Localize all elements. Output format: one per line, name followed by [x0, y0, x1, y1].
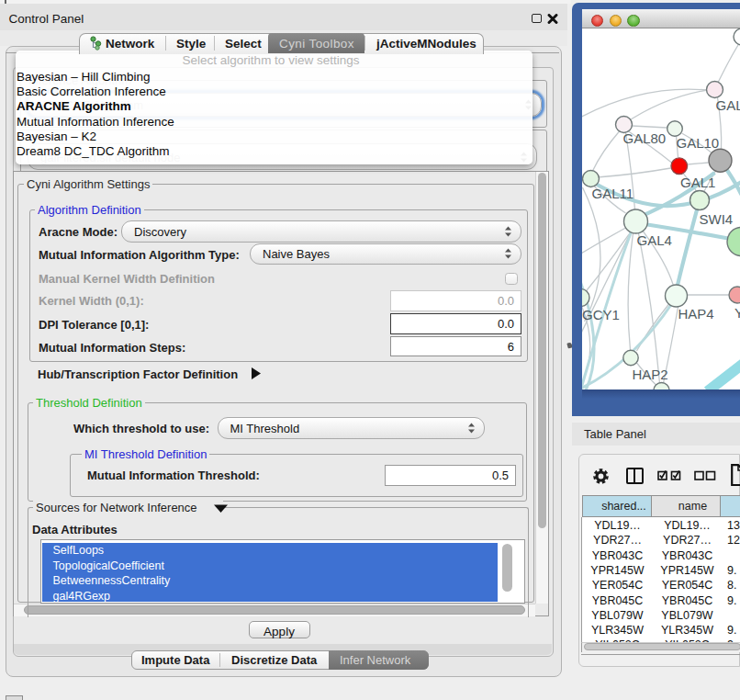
svg-text:GAL1: GAL1 — [680, 175, 715, 190]
svg-text:Y: Y — [734, 305, 740, 321]
svg-text:GAL2: GAL2 — [715, 97, 740, 113]
svg-text:GAL4: GAL4 — [636, 232, 671, 248]
svg-text:GCY1: GCY1 — [582, 307, 620, 322]
svg-text:HAP2: HAP2 — [632, 367, 667, 382]
svg-text:GAL80: GAL80 — [622, 130, 666, 146]
svg-text:GAL10: GAL10 — [676, 135, 719, 151]
svg-text:HAP4: HAP4 — [678, 306, 713, 322]
svg-text:SWI4: SWI4 — [699, 211, 733, 227]
svg-text:GAL11: GAL11 — [591, 186, 633, 201]
